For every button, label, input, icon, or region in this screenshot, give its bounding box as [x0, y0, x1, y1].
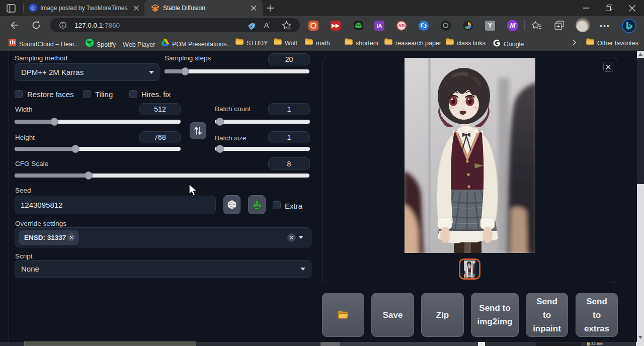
svg-text:C: C — [31, 5, 35, 11]
